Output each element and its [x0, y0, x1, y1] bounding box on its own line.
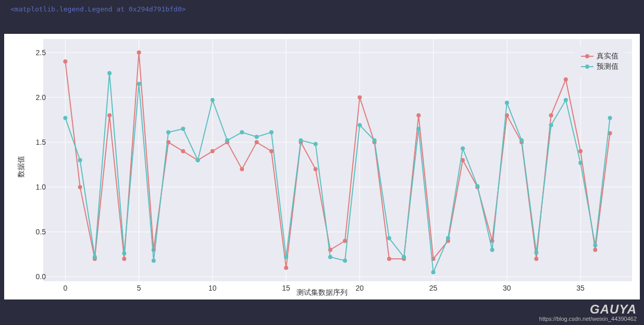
y-tick: 2.5 [20, 48, 46, 57]
legend-marker-icon [581, 56, 593, 57]
data-point [461, 146, 465, 151]
x-tick: 5 [137, 284, 141, 292]
data-point [564, 98, 568, 102]
data-point [63, 116, 67, 120]
y-axis-label: 数据值 [17, 156, 26, 178]
data-point [152, 258, 156, 262]
data-point [196, 158, 200, 162]
x-tick: 25 [429, 284, 438, 292]
data-point [137, 82, 141, 86]
data-point [387, 257, 391, 261]
data-point [122, 257, 126, 261]
data-point [240, 130, 244, 134]
y-tick: 0.5 [20, 228, 46, 236]
data-point [255, 140, 259, 144]
x-axis-label: 测试集数据序列 [296, 288, 348, 297]
data-point [314, 167, 318, 171]
x-tick: 30 [503, 284, 511, 292]
data-point [78, 185, 82, 189]
data-point [166, 130, 170, 134]
data-point [181, 149, 185, 153]
data-point [593, 248, 597, 252]
data-point [373, 139, 377, 143]
data-point [475, 184, 479, 188]
data-point [63, 59, 67, 64]
data-point [549, 113, 553, 117]
data-point [505, 101, 509, 105]
data-point [416, 127, 420, 131]
data-point [299, 139, 303, 143]
data-point [284, 255, 288, 259]
y-tick: 0.0 [20, 272, 46, 281]
data-point [564, 78, 568, 82]
data-point [387, 236, 391, 240]
y-tick: 2.0 [20, 93, 46, 102]
repl-output: <matplotlib.legend.Legend at 0x294d791bf… [0, 0, 644, 18]
data-point [328, 255, 332, 259]
series-line [65, 73, 610, 272]
data-point [549, 123, 553, 127]
data-point [446, 236, 450, 240]
data-point [343, 239, 347, 243]
data-point [210, 149, 215, 153]
data-point [593, 243, 597, 247]
data-point [357, 123, 362, 127]
x-tick: 0 [63, 284, 67, 292]
data-point [107, 71, 112, 75]
data-point [343, 258, 347, 262]
data-point [608, 116, 612, 120]
data-point [255, 135, 259, 139]
data-point [210, 98, 215, 102]
x-tick: 15 [282, 284, 290, 292]
data-point [490, 248, 494, 252]
y-tick: 1.5 [20, 138, 46, 146]
data-point [269, 130, 274, 134]
data-point [534, 251, 538, 255]
chart-svg [43, 39, 632, 281]
data-point [416, 113, 420, 117]
x-tick: 35 [576, 284, 585, 292]
data-point [93, 255, 97, 259]
data-point [78, 158, 82, 162]
data-point [137, 51, 141, 55]
legend: 真实值预测值 [575, 46, 625, 77]
y-tick: 1.0 [20, 183, 46, 191]
data-point [578, 161, 583, 165]
data-point [534, 257, 538, 261]
legend-label: 预测值 [597, 62, 618, 71]
legend-label: 真实值 [597, 52, 618, 61]
data-point [357, 95, 362, 99]
watermark-url: https://blog.csdn.net/weixin_44390462 [539, 316, 637, 322]
watermark-logo: GAUYA [539, 303, 637, 316]
data-point [181, 127, 185, 131]
x-tick: 20 [356, 284, 364, 292]
data-point [578, 149, 583, 153]
chart-container: 真实值预测值 数据值 测试集数据序列 0.00.51.01.52.02.5 05… [4, 34, 640, 299]
data-point [225, 139, 229, 143]
legend-marker-icon [581, 66, 593, 67]
data-point [284, 266, 288, 270]
data-point [431, 270, 436, 274]
data-point [402, 255, 406, 259]
data-point [240, 167, 244, 171]
data-point [107, 113, 112, 117]
data-point [269, 149, 274, 153]
watermark: GAUYA https://blog.csdn.net/weixin_44390… [539, 303, 637, 322]
plot-area: 真实值预测值 [43, 39, 632, 281]
legend-item: 预测值 [581, 62, 618, 71]
data-point [314, 142, 318, 146]
data-point [122, 252, 126, 256]
x-tick: 10 [208, 284, 217, 292]
legend-item: 真实值 [581, 52, 618, 61]
series-line [65, 53, 610, 268]
data-point [519, 139, 524, 143]
